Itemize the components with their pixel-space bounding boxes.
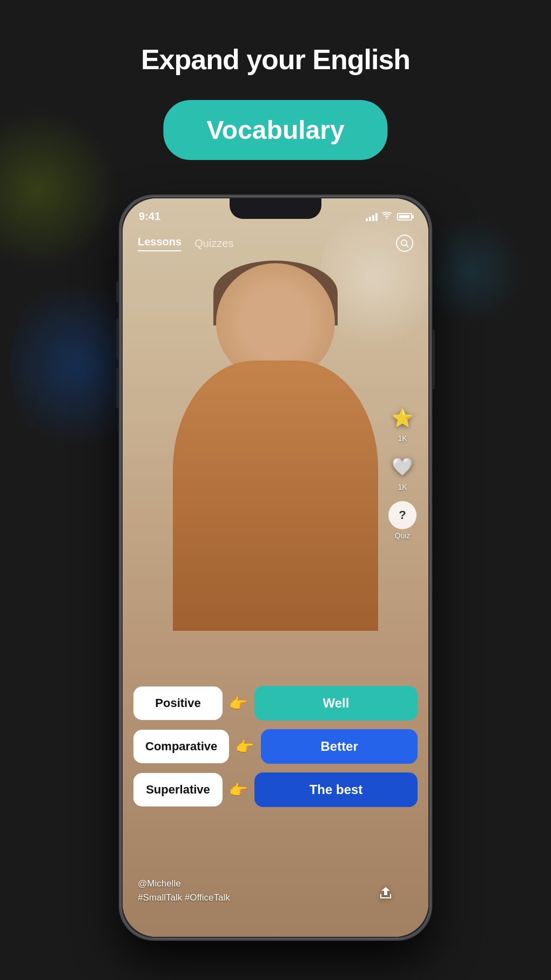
vocabulary-pill[interactable]: Vocabulary: [163, 100, 387, 160]
signal-icon: [366, 212, 378, 221]
svg-line-1: [406, 245, 408, 247]
search-button[interactable]: [396, 235, 413, 252]
creator-tags: #SmallTalk #OfficeTalk: [138, 891, 230, 905]
vocabulary-cards: Positive 👉 Well Comparative 👉 Better: [133, 686, 418, 807]
quiz-label: Quiz: [395, 531, 411, 540]
phone-screen: 9:41: [123, 198, 428, 937]
phone-notch: [230, 198, 321, 219]
phone-frame: 9:41: [119, 195, 432, 941]
action-buttons: ⭐ 1K 🤍 1K ? Quiz: [388, 404, 416, 540]
vocab-row-positive: Positive 👉 Well: [133, 686, 418, 721]
status-icons: [366, 212, 412, 222]
quiz-icon: ?: [388, 501, 416, 529]
navigation-bar: Lessons Quizzes: [123, 230, 428, 257]
comparative-label: Comparative: [145, 739, 217, 753]
heart-icon: 🤍: [388, 452, 416, 481]
the-best-text: The best: [310, 782, 363, 797]
star-action[interactable]: ⭐ 1K: [388, 404, 416, 443]
phone-mockup: 9:41: [119, 195, 432, 941]
creator-info: @Michelle #SmallTalk #OfficeTalk: [138, 877, 230, 904]
tab-lessons[interactable]: Lessons: [138, 236, 182, 251]
star-count: 1K: [398, 434, 407, 443]
vocab-value-better[interactable]: Better: [261, 729, 418, 764]
vocab-label-comparative: Comparative: [133, 730, 229, 763]
better-text: Better: [320, 739, 358, 754]
phone-power-btn: [432, 330, 435, 389]
vocab-value-well[interactable]: Well: [254, 686, 418, 721]
arrow-comparative: 👉: [236, 738, 254, 756]
arrow-positive: 👉: [229, 695, 248, 712]
vocab-row-superlative: Superlative 👉 The best: [133, 772, 418, 807]
tab-quizzes[interactable]: Quizzes: [194, 237, 233, 250]
person-body: [173, 361, 378, 631]
quiz-action[interactable]: ? Quiz: [388, 501, 416, 540]
arrow-superlative: 👉: [229, 781, 248, 799]
page-title: Expand your English: [0, 43, 551, 76]
vocab-label-superlative: Superlative: [133, 773, 223, 806]
vocab-row-comparative: Comparative 👉 Better: [133, 729, 418, 764]
well-text: Well: [323, 696, 350, 710]
heart-count: 1K: [398, 483, 407, 491]
share-icon[interactable]: [378, 885, 393, 904]
bottom-info: @Michelle #SmallTalk #OfficeTalk: [138, 877, 393, 904]
bg-decoration-3: [416, 216, 524, 324]
status-time: 9:41: [139, 210, 160, 223]
heart-action[interactable]: 🤍 1K: [388, 452, 416, 491]
wifi-icon: [382, 212, 392, 222]
vocab-label-positive: Positive: [133, 686, 223, 720]
bg-decoration-1: [0, 108, 119, 270]
superlative-label: Superlative: [146, 783, 210, 796]
vocab-value-the-best[interactable]: The best: [254, 772, 418, 807]
positive-label: Positive: [155, 696, 200, 710]
battery-icon: [397, 213, 412, 221]
creator-handle: @Michelle: [138, 877, 230, 891]
star-icon: ⭐: [388, 404, 416, 432]
svg-point-0: [401, 240, 407, 245]
